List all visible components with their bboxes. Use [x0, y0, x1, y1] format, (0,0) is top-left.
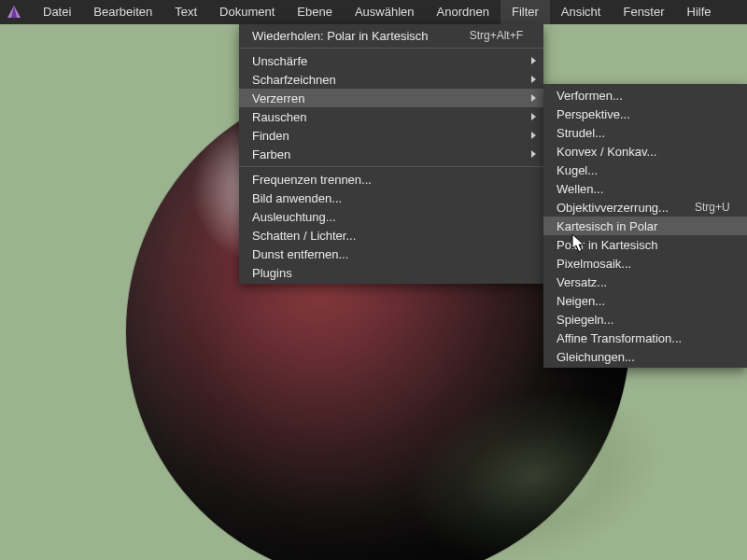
- menu-item-label: Polar in Kartesisch: [557, 238, 726, 252]
- menu-ebene[interactable]: Ebene: [286, 0, 344, 24]
- menu-item-verzerren[interactable]: Verzerren: [239, 89, 543, 107]
- menu-item-objektivverzerrung[interactable]: Objektivverzerrung...Strg+U: [543, 198, 747, 217]
- menu-item-bild-anwenden[interactable]: Bild anwenden...: [239, 189, 543, 207]
- menu-item-label: Scharfzeichnen: [252, 73, 523, 87]
- submenu-arrow-icon: [531, 57, 536, 64]
- menu-item-label: Pixelmosaik...: [557, 257, 726, 271]
- menu-item-dunst-entfernen[interactable]: Dunst entfernen...: [239, 245, 543, 263]
- submenu-arrow-icon: [531, 113, 536, 120]
- menu-item-label: Konvex / Konkav...: [557, 145, 726, 159]
- menu-item-schatten-lichter[interactable]: Schatten / Lichter...: [239, 226, 543, 245]
- menu-item-label: Strudel...: [557, 126, 726, 140]
- verzerren-submenu: Verformen...Perspektive...Strudel...Konv…: [543, 84, 747, 368]
- menu-item-frequenzen-trennen[interactable]: Frequenzen trennen...: [239, 170, 543, 189]
- menu-shortcut: Strg+U: [695, 201, 730, 214]
- menu-anordnen[interactable]: Anordnen: [426, 0, 500, 24]
- menu-item-label: Verformen...: [557, 89, 726, 103]
- menu-item-label: Plugins: [252, 266, 523, 280]
- menu-item-perspektive[interactable]: Perspektive...: [543, 105, 747, 123]
- menu-item-konvex-konkav[interactable]: Konvex / Konkav...: [543, 142, 747, 161]
- menu-item-label: Wellen...: [557, 182, 726, 196]
- menu-item-kartesisch-in-polar[interactable]: Kartesisch in Polar: [543, 217, 747, 235]
- menu-item-plugins[interactable]: Plugins: [239, 263, 543, 282]
- menu-item-affine-transformation[interactable]: Affine Transformation...: [543, 329, 747, 347]
- main-menubar: DateiBearbeitenTextDokumentEbeneAuswähle…: [0, 0, 747, 24]
- menu-item-repeat-filter[interactable]: Wiederholen: Polar in Kartesisch Strg+Al…: [239, 26, 543, 45]
- menu-ansicht[interactable]: Ansicht: [550, 0, 613, 24]
- menu-item-label: Unschärfe: [252, 54, 523, 68]
- menu-item-label: Gleichungen...: [557, 350, 726, 364]
- filter-dropdown: Wiederholen: Polar in Kartesisch Strg+Al…: [239, 24, 543, 284]
- menu-item-label: Kartesisch in Polar: [557, 219, 726, 233]
- menu-hilfe[interactable]: Hilfe: [676, 0, 723, 24]
- menu-item-label: Bild anwenden...: [252, 191, 523, 205]
- menu-item-ausleuchtung[interactable]: Ausleuchtung...: [239, 207, 543, 226]
- menu-item-label: Versatz...: [557, 275, 726, 289]
- menu-item-gleichungen[interactable]: Gleichungen...: [543, 347, 747, 366]
- menu-datei[interactable]: Datei: [32, 0, 82, 24]
- menu-item-versatz[interactable]: Versatz...: [543, 273, 747, 291]
- menu-item-label: Wiederholen: Polar in Kartesisch: [252, 29, 444, 43]
- menu-item-label: Objektivverzerrung...: [557, 201, 669, 215]
- menu-item-farben[interactable]: Farben: [239, 145, 543, 163]
- menu-fenster[interactable]: Fenster: [612, 0, 675, 24]
- menu-item-neigen[interactable]: Neigen...: [543, 291, 747, 310]
- menu-item-spiegeln[interactable]: Spiegeln...: [543, 310, 747, 329]
- menu-text[interactable]: Text: [163, 0, 208, 24]
- menu-item-label: Ausleuchtung...: [252, 210, 523, 224]
- menu-item-label: Rauschen: [252, 110, 523, 124]
- menu-auswählen[interactable]: Auswählen: [344, 0, 426, 24]
- menu-shortcut: Strg+Alt+F: [470, 29, 523, 42]
- menu-item-label: Affine Transformation...: [557, 331, 726, 345]
- menu-filter[interactable]: Filter: [500, 0, 550, 24]
- menu-item-strudel[interactable]: Strudel...: [543, 123, 747, 142]
- submenu-arrow-icon: [531, 132, 536, 139]
- menu-separator: [239, 166, 543, 167]
- menu-item-pixelmosaik[interactable]: Pixelmosaik...: [543, 254, 747, 273]
- menu-item-label: Dunst entfernen...: [252, 247, 523, 261]
- submenu-arrow-icon: [531, 76, 536, 83]
- app-logo-icon: [6, 4, 22, 21]
- menu-item-finden[interactable]: Finden: [239, 126, 543, 145]
- menu-dokument[interactable]: Dokument: [208, 0, 286, 24]
- menu-item-scharfzeichnen[interactable]: Scharfzeichnen: [239, 70, 543, 89]
- menu-item-label: Schatten / Lichter...: [252, 229, 523, 243]
- menu-item-label: Neigen...: [557, 294, 726, 308]
- menu-separator: [239, 48, 543, 49]
- submenu-arrow-icon: [531, 94, 536, 102]
- submenu-arrow-icon: [531, 150, 536, 158]
- menu-item-rauschen[interactable]: Rauschen: [239, 107, 543, 126]
- menu-item-label: Spiegeln...: [557, 313, 726, 327]
- menu-item-wellen[interactable]: Wellen...: [543, 179, 747, 198]
- menu-item-label: Perspektive...: [557, 107, 726, 121]
- menu-item-label: Farben: [252, 147, 523, 161]
- menu-item-label: Kugel...: [557, 163, 726, 177]
- menu-item-label: Frequenzen trennen...: [252, 173, 523, 187]
- menu-item-label: Finden: [252, 129, 523, 143]
- menu-item-verformen[interactable]: Verformen...: [543, 86, 747, 105]
- menu-bearbeiten[interactable]: Bearbeiten: [82, 0, 163, 24]
- menu-item-label: Verzerren: [252, 91, 523, 105]
- menu-item-unschärfe[interactable]: Unschärfe: [239, 51, 543, 70]
- menu-item-kugel[interactable]: Kugel...: [543, 161, 747, 179]
- menu-item-polar-in-kartesisch[interactable]: Polar in Kartesisch: [543, 235, 747, 254]
